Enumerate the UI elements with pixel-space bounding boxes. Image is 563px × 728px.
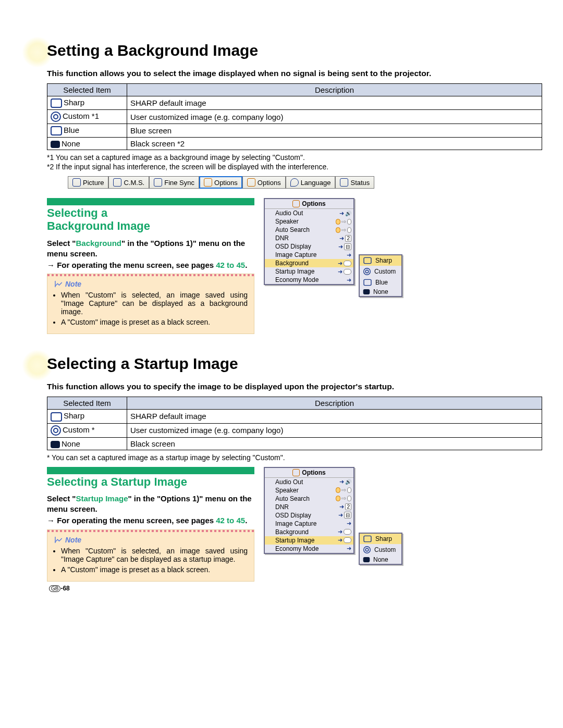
osd-row-label: Auto Search [275,226,334,233]
row-icon [267,235,273,241]
page-number: GB-68 [49,585,254,592]
note-label: Note [54,279,248,289]
osd-row-background[interactable]: Background➜ [265,259,353,267]
note-item: A "Custom" image is preset as a black sc… [61,565,248,574]
page-ref: 42 to 45 [216,261,245,269]
osd-row-osd-display[interactable]: OSD Display➜⊟ [265,242,353,251]
cell-desc: SHARP default image [127,410,542,423]
toggle-icon [347,496,352,501]
note-label-text: Note [65,536,81,544]
osd-row-auto-search[interactable]: Auto Search⇨ [265,226,353,234]
osd-row-control: ➜ [336,268,351,275]
note-icon [54,279,63,289]
osd-row-control: ➜🔊 [336,210,351,217]
cell-item: Sharp [64,98,84,107]
cell-desc: User customized image (e.g. company logo… [127,110,542,124]
menu-tab-language[interactable]: Language [286,176,336,189]
section2-intro: This function allows you to specify the … [47,382,542,391]
menu-tab-icon [204,178,212,187]
osd-row-startup-image[interactable]: Startup Image➜ [265,267,353,276]
instr-text: . [245,261,247,269]
osd-value: 🔊 [345,211,351,216]
toggle-icon [336,219,340,225]
row-icon [267,529,273,535]
submenu-item-custom[interactable]: Custom [360,544,401,556]
row-icon [267,479,273,485]
osd-value: 🔊 [345,479,351,485]
cell-item: Sharp [64,411,84,420]
arrow-icon: ➜ [338,528,342,535]
cell-item: None [62,439,80,448]
box-icon [51,412,62,422]
section2-title-text: Selecting a Startup Image [47,355,238,372]
osd-row-audio-out[interactable]: Audio Out➜🔊 [265,478,353,486]
submenu-label: Sharp [375,535,392,542]
row-icon [267,512,273,519]
arrow-icon: ⇨ [341,495,346,502]
menu-tab-options[interactable]: Options [242,176,286,189]
row-icon [267,546,273,552]
submenu-icon [363,289,370,294]
osd-row-label: Speaker [275,218,334,225]
osd-row-control: ➜ [336,545,351,552]
section1-title-text: Setting a Background Image [47,42,258,59]
block2-heading: Selecting a Startup Image [47,475,254,488]
osd-row-economy-mode[interactable]: Economy Mode➜ [265,545,353,553]
osd-value: ⊟ [344,512,351,519]
osd-row-speaker[interactable]: Speaker⇨ [265,486,353,495]
menu-tab-icon [247,178,255,187]
submenu-icon [363,546,371,553]
submenu-item-none[interactable]: None [360,288,401,296]
menu-tab-label: Options [214,179,238,187]
table-row: NoneBlack screen [47,437,542,450]
osd-row-economy-mode[interactable]: Economy Mode➜ [265,276,353,284]
box-icon [51,98,62,108]
table-row: Custom *1User customized image (e.g. com… [47,110,542,124]
submenu-icon [363,535,371,542]
target-icon [51,112,61,122]
section1-title: Setting a Background Image [47,42,542,59]
osd-row-control: ➜ [336,277,351,283]
osd-row-audio-out[interactable]: Audio Out➜🔊 [265,209,353,217]
osd-row-control: ➜ [336,528,351,535]
arrow-icon: ➜ [347,252,351,258]
note-item: A "Custom" image is preset as a black sc… [61,318,248,326]
menu-tab-status[interactable]: Status [335,176,374,189]
menu-tab-finesync[interactable]: Fine Sync [149,176,199,189]
dark-icon [51,141,60,148]
footnote: * You can set a captured image as a star… [47,453,542,462]
submenu-label: Blue [375,279,388,286]
osd-row-background[interactable]: Background➜ [265,528,353,536]
menu-tab-label: Options [258,179,281,187]
submenu-item-none[interactable]: None [360,556,401,564]
menu-tab-options[interactable]: Options [199,176,242,189]
osd-row-label: Speaker [275,487,334,494]
osd-row-startup-image[interactable]: Startup Image➜ [265,536,353,545]
osd-row-dnr[interactable]: DNR➜2 [265,503,353,511]
table-row: BlueBlue screen [47,124,542,138]
osd-row-speaker[interactable]: Speaker⇨ [265,217,353,226]
row-icon [267,260,273,266]
osd-row-image-capture[interactable]: Image Capture➜ [265,520,353,528]
note-label-text: Note [65,280,81,288]
submenu-item-sharp[interactable]: Sharp [360,534,401,544]
menu-tab-cms[interactable]: C.M.S. [108,176,149,189]
osd-row-dnr[interactable]: DNR➜2 [265,234,353,242]
osd-row-label: Background [275,260,334,267]
submenu-label: None [373,288,388,295]
row-icon [267,252,273,258]
osd-value: ⊟ [344,243,351,250]
osd-row-control: ⇨ [336,218,351,225]
submenu-item-blue[interactable]: Blue [360,277,401,288]
submenu-item-sharp[interactable]: Sharp [360,255,401,266]
footnote: *2 If the input signal has interference,… [47,163,542,171]
submenu-item-custom[interactable]: Custom [360,266,401,277]
menu-tab-picture[interactable]: Picture [68,176,108,189]
osd-row-auto-search[interactable]: Auto Search⇨ [265,495,353,503]
menu-tab-icon [340,178,348,187]
row-icon [267,243,273,250]
osd-row-control: ➜ [336,252,351,258]
osd-row-image-capture[interactable]: Image Capture➜ [265,251,353,259]
cell-desc: Black screen *2 [127,138,542,150]
osd-row-osd-display[interactable]: OSD Display➜⊟ [265,511,353,520]
